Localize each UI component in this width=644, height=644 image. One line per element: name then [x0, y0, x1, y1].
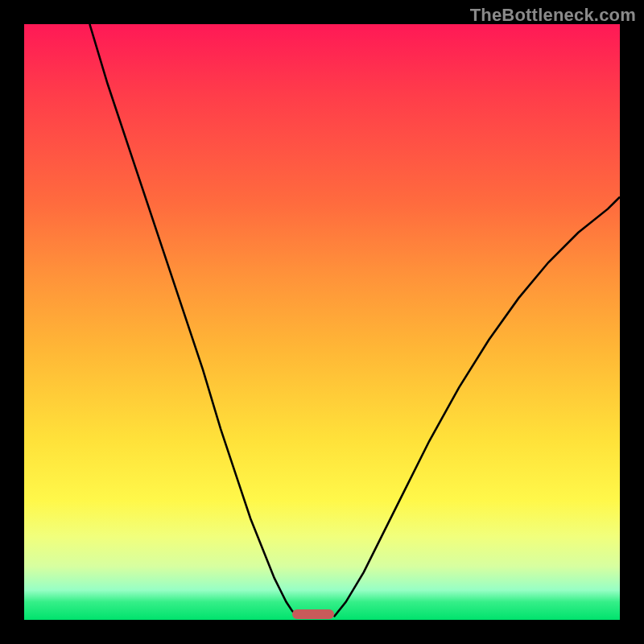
- curve-layer: [24, 24, 620, 620]
- chart-frame: TheBottleneck.com: [0, 0, 644, 644]
- right-branch-curve: [334, 197, 620, 617]
- left-branch-curve: [89, 24, 298, 617]
- plot-area: [24, 24, 620, 620]
- watermark-text: TheBottleneck.com: [470, 5, 636, 26]
- bottleneck-marker: [292, 609, 334, 619]
